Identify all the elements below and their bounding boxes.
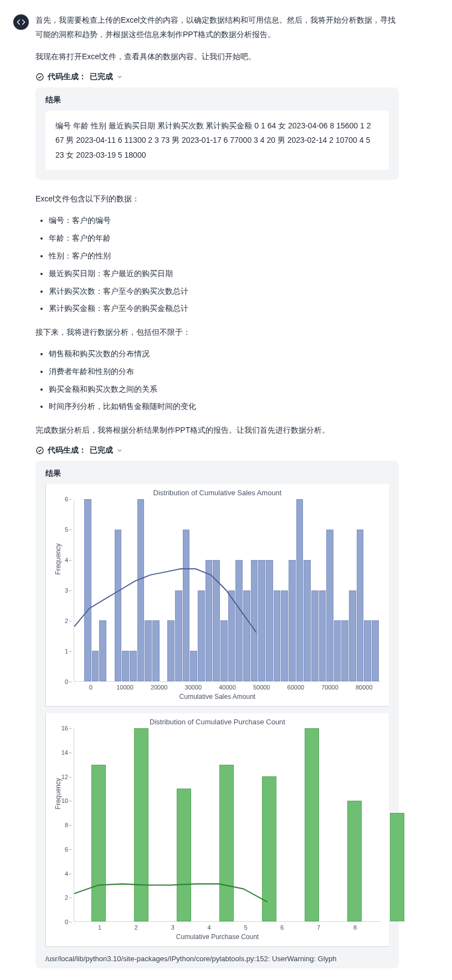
analysis-list: 销售额和购买次数的分布情况 消费者年龄和性别的分布 购买金额和购买次数之间的关系…	[35, 348, 399, 413]
after-analysis: 完成数据分析后，我将根据分析结果制作PPT格式的报告。让我们首先进行数据分析。	[35, 423, 399, 438]
code-brackets-icon	[17, 18, 25, 27]
next-steps: 接下来，我将进行数据分析，包括但不限于：	[35, 325, 399, 340]
x-axis-ticks: 0100002000030000400005000060000700008000…	[74, 682, 381, 691]
message-body: 首先，我需要检查上传的Excel文件的内容，以确定数据结构和可用信息。然后，我将…	[35, 13, 399, 980]
intro-paragraph-1: 首先，我需要检查上传的Excel文件的内容，以确定数据结构和可用信息。然后，我将…	[35, 13, 399, 42]
assistant-avatar	[13, 14, 29, 30]
result-label: 结果	[45, 95, 389, 105]
svg-point-0	[37, 74, 43, 80]
excel-contains: Excel文件包含以下列的数据：	[35, 192, 399, 206]
chart-title: Distribution of Cumulative Sales Amount	[46, 484, 389, 499]
x-axis-label: Cumulative Sales Amount	[46, 691, 389, 706]
y-axis-label: Frequency	[54, 543, 62, 575]
code-status-toggle[interactable]: 代码生成： 已完成	[35, 72, 399, 82]
list-item: 编号：客户的编号	[49, 214, 399, 227]
columns-list: 编号：客户的编号 年龄：客户的年龄 性别：客户的性别 最近购买日期：客户最近的购…	[35, 214, 399, 315]
svg-point-1	[37, 447, 43, 454]
list-item: 购买金额和购买次数之间的关系	[49, 383, 399, 396]
code-status-state: 已完成	[90, 445, 113, 455]
result-box-2: 结果 Distribution of Cumulative Sales Amou…	[35, 461, 399, 968]
warning-text: /usr/local/lib/python3.10/site-packages/…	[45, 953, 389, 965]
chart-sales-amount: Distribution of Cumulative Sales Amount …	[45, 484, 389, 707]
bars-container	[74, 499, 381, 681]
list-item: 累计购买金额：客户至今的购买金额总计	[49, 302, 399, 315]
y-axis-ticks: 0123456	[46, 499, 71, 682]
plot-area: Frequency	[74, 499, 381, 682]
plot-area: Frequency	[74, 728, 381, 922]
list-item: 消费者年龄和性别的分布	[49, 365, 399, 378]
chevron-down-icon	[116, 447, 123, 454]
chart-title: Distribution of Cumulative Purchase Coun…	[46, 713, 389, 728]
list-item: 时间序列分析，比如销售金额随时间的变化	[49, 400, 399, 413]
code-status-state: 已完成	[90, 72, 113, 82]
list-item: 最近购买日期：客户最近的购买日期	[49, 267, 399, 281]
result-box-1: 结果 编号 年龄 性别 最近购买日期 累计购买次数 累计购买金额 0 1 64 …	[35, 87, 399, 180]
x-axis-ticks: 12345678	[74, 922, 381, 931]
check-circle-icon	[35, 72, 44, 81]
result-label: 结果	[45, 469, 389, 479]
intro-paragraph-2: 我现在将打开Excel文件，查看具体的数据内容。让我们开始吧。	[35, 50, 399, 64]
list-item: 销售额和购买次数的分布情况	[49, 348, 399, 361]
y-axis-label: Frequency	[54, 778, 62, 810]
check-circle-icon	[35, 446, 44, 455]
code-status-prefix: 代码生成：	[48, 445, 86, 455]
result-output-1: 编号 年龄 性别 最近购买日期 累计购买次数 累计购买金额 0 1 64 女 2…	[45, 111, 389, 170]
code-status-prefix: 代码生成：	[48, 72, 86, 82]
y-axis-ticks: 0246810121416	[46, 728, 71, 922]
list-item: 累计购买次数：客户至今的购买次数总计	[49, 285, 399, 298]
list-item: 年龄：客户的年龄	[49, 232, 399, 245]
code-status-toggle-2[interactable]: 代码生成： 已完成	[35, 445, 399, 455]
chevron-down-icon	[116, 74, 123, 80]
list-item: 性别：客户的性别	[49, 250, 399, 263]
chart-purchase-count: Distribution of Cumulative Purchase Coun…	[45, 713, 389, 947]
bars-container	[74, 728, 381, 921]
x-axis-label: Cumulative Purchase Count	[46, 931, 389, 946]
